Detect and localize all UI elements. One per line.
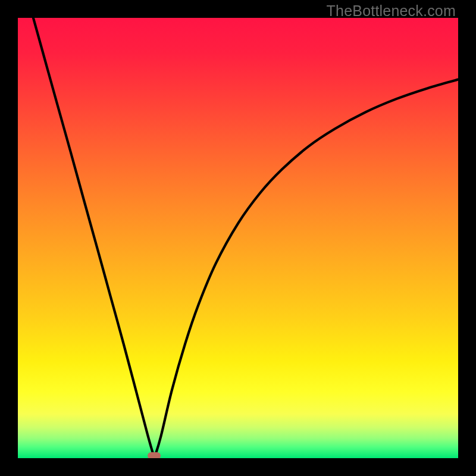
plot-area <box>18 18 458 458</box>
minimum-marker <box>148 452 161 458</box>
bottleneck-curve <box>18 18 458 458</box>
chart-frame: TheBottleneck.com <box>0 0 476 476</box>
watermark-text: TheBottleneck.com <box>327 2 456 20</box>
